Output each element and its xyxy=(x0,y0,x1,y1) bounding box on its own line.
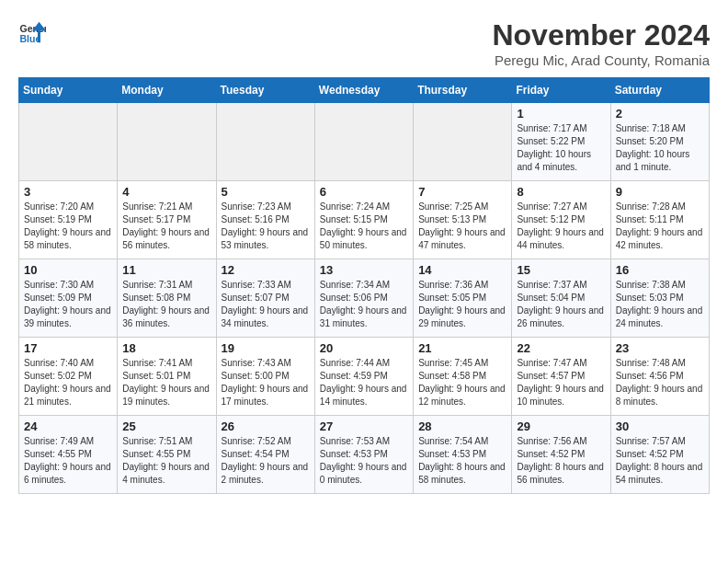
day-info: Sunrise: 7:56 AM Sunset: 4:52 PM Dayligh… xyxy=(517,435,605,487)
calendar-cell: 13Sunrise: 7:34 AM Sunset: 5:06 PM Dayli… xyxy=(314,259,413,338)
day-number: 8 xyxy=(517,185,605,199)
calendar-week-row: 10Sunrise: 7:30 AM Sunset: 5:09 PM Dayli… xyxy=(19,259,710,338)
day-number: 1 xyxy=(517,107,605,121)
calendar-cell: 22Sunrise: 7:47 AM Sunset: 4:57 PM Dayli… xyxy=(512,338,610,416)
calendar-cell: 20Sunrise: 7:44 AM Sunset: 4:59 PM Dayli… xyxy=(314,338,413,416)
day-number: 12 xyxy=(222,263,310,277)
day-number: 19 xyxy=(222,341,310,355)
calendar-cell: 1Sunrise: 7:17 AM Sunset: 5:22 PM Daylig… xyxy=(512,103,610,181)
weekday-header: Friday xyxy=(512,78,610,103)
calendar-cell: 15Sunrise: 7:37 AM Sunset: 5:04 PM Dayli… xyxy=(512,259,610,338)
calendar-cell: 27Sunrise: 7:53 AM Sunset: 4:53 PM Dayli… xyxy=(314,416,413,494)
day-number: 29 xyxy=(517,419,605,433)
logo-icon: General Blue xyxy=(18,18,46,46)
calendar-header-row: SundayMondayTuesdayWednesdayThursdayFrid… xyxy=(19,78,710,103)
day-info: Sunrise: 7:48 AM Sunset: 4:56 PM Dayligh… xyxy=(616,357,704,408)
calendar-cell: 9Sunrise: 7:28 AM Sunset: 5:11 PM Daylig… xyxy=(610,181,709,259)
day-number: 11 xyxy=(122,263,210,277)
day-number: 25 xyxy=(122,419,210,433)
day-info: Sunrise: 7:52 AM Sunset: 4:54 PM Dayligh… xyxy=(222,435,310,487)
day-number: 27 xyxy=(320,419,408,433)
calendar-cell: 29Sunrise: 7:56 AM Sunset: 4:52 PM Dayli… xyxy=(512,416,610,494)
weekday-header: Monday xyxy=(118,78,216,103)
title-section: November 2024 Peregu Mic, Arad County, R… xyxy=(492,18,710,68)
calendar-cell: 30Sunrise: 7:57 AM Sunset: 4:52 PM Dayli… xyxy=(610,416,709,494)
day-info: Sunrise: 7:18 AM Sunset: 5:20 PM Dayligh… xyxy=(616,122,704,174)
calendar-cell: 21Sunrise: 7:45 AM Sunset: 4:58 PM Dayli… xyxy=(414,338,512,416)
day-number: 26 xyxy=(222,419,310,433)
day-number: 7 xyxy=(418,185,506,199)
day-info: Sunrise: 7:57 AM Sunset: 4:52 PM Dayligh… xyxy=(616,435,704,487)
day-number: 3 xyxy=(24,185,112,199)
calendar-cell: 11Sunrise: 7:31 AM Sunset: 5:08 PM Dayli… xyxy=(118,259,216,338)
day-info: Sunrise: 7:53 AM Sunset: 4:53 PM Dayligh… xyxy=(320,435,408,487)
day-number: 5 xyxy=(222,185,310,199)
calendar-week-row: 1Sunrise: 7:17 AM Sunset: 5:22 PM Daylig… xyxy=(19,103,710,181)
calendar-cell: 10Sunrise: 7:30 AM Sunset: 5:09 PM Dayli… xyxy=(19,259,118,338)
day-info: Sunrise: 7:45 AM Sunset: 4:58 PM Dayligh… xyxy=(418,357,506,408)
calendar-cell: 4Sunrise: 7:21 AM Sunset: 5:17 PM Daylig… xyxy=(118,181,216,259)
calendar-cell: 5Sunrise: 7:23 AM Sunset: 5:16 PM Daylig… xyxy=(216,181,314,259)
calendar-cell: 14Sunrise: 7:36 AM Sunset: 5:05 PM Dayli… xyxy=(414,259,512,338)
day-number: 15 xyxy=(517,263,605,277)
day-number: 16 xyxy=(616,263,704,277)
day-info: Sunrise: 7:38 AM Sunset: 5:03 PM Dayligh… xyxy=(616,279,704,330)
day-number: 17 xyxy=(24,341,112,355)
calendar-week-row: 17Sunrise: 7:40 AM Sunset: 5:02 PM Dayli… xyxy=(19,338,710,416)
day-number: 14 xyxy=(418,263,506,277)
day-info: Sunrise: 7:41 AM Sunset: 5:01 PM Dayligh… xyxy=(122,357,210,408)
day-number: 6 xyxy=(320,185,408,199)
day-info: Sunrise: 7:21 AM Sunset: 5:17 PM Dayligh… xyxy=(122,201,210,252)
day-number: 24 xyxy=(24,419,112,433)
calendar-cell xyxy=(414,103,512,181)
calendar-cell: 3Sunrise: 7:20 AM Sunset: 5:19 PM Daylig… xyxy=(19,181,118,259)
day-number: 13 xyxy=(320,263,408,277)
calendar-cell: 24Sunrise: 7:49 AM Sunset: 4:55 PM Dayli… xyxy=(19,416,118,494)
weekday-header: Tuesday xyxy=(216,78,314,103)
calendar-cell: 12Sunrise: 7:33 AM Sunset: 5:07 PM Dayli… xyxy=(216,259,314,338)
day-info: Sunrise: 7:44 AM Sunset: 4:59 PM Dayligh… xyxy=(320,357,408,408)
weekday-header: Sunday xyxy=(19,78,118,103)
day-info: Sunrise: 7:31 AM Sunset: 5:08 PM Dayligh… xyxy=(122,279,210,330)
calendar-cell: 19Sunrise: 7:43 AM Sunset: 5:00 PM Dayli… xyxy=(216,338,314,416)
calendar-cell: 18Sunrise: 7:41 AM Sunset: 5:01 PM Dayli… xyxy=(118,338,216,416)
day-number: 20 xyxy=(320,341,408,355)
calendar-cell: 17Sunrise: 7:40 AM Sunset: 5:02 PM Dayli… xyxy=(19,338,118,416)
calendar-table: SundayMondayTuesdayWednesdayThursdayFrid… xyxy=(18,77,710,494)
day-number: 28 xyxy=(418,419,506,433)
day-info: Sunrise: 7:36 AM Sunset: 5:05 PM Dayligh… xyxy=(418,279,506,330)
day-number: 10 xyxy=(24,263,112,277)
day-info: Sunrise: 7:34 AM Sunset: 5:06 PM Dayligh… xyxy=(320,279,408,330)
day-info: Sunrise: 7:23 AM Sunset: 5:16 PM Dayligh… xyxy=(222,201,310,252)
calendar-cell: 8Sunrise: 7:27 AM Sunset: 5:12 PM Daylig… xyxy=(512,181,610,259)
day-info: Sunrise: 7:49 AM Sunset: 4:55 PM Dayligh… xyxy=(24,435,112,487)
day-info: Sunrise: 7:20 AM Sunset: 5:19 PM Dayligh… xyxy=(24,201,112,252)
calendar-week-row: 3Sunrise: 7:20 AM Sunset: 5:19 PM Daylig… xyxy=(19,181,710,259)
day-info: Sunrise: 7:51 AM Sunset: 4:55 PM Dayligh… xyxy=(122,435,210,487)
day-number: 21 xyxy=(418,341,506,355)
day-info: Sunrise: 7:25 AM Sunset: 5:13 PM Dayligh… xyxy=(418,201,506,252)
weekday-header: Wednesday xyxy=(314,78,413,103)
calendar-cell: 23Sunrise: 7:48 AM Sunset: 4:56 PM Dayli… xyxy=(610,338,709,416)
calendar-week-row: 24Sunrise: 7:49 AM Sunset: 4:55 PM Dayli… xyxy=(19,416,710,494)
day-info: Sunrise: 7:43 AM Sunset: 5:00 PM Dayligh… xyxy=(222,357,310,408)
calendar-cell: 26Sunrise: 7:52 AM Sunset: 4:54 PM Dayli… xyxy=(216,416,314,494)
day-info: Sunrise: 7:30 AM Sunset: 5:09 PM Dayligh… xyxy=(24,279,112,330)
svg-text:Blue: Blue xyxy=(20,33,41,44)
day-info: Sunrise: 7:40 AM Sunset: 5:02 PM Dayligh… xyxy=(24,357,112,408)
calendar-cell: 6Sunrise: 7:24 AM Sunset: 5:15 PM Daylig… xyxy=(314,181,413,259)
weekday-header: Thursday xyxy=(414,78,512,103)
day-number: 22 xyxy=(517,341,605,355)
day-info: Sunrise: 7:28 AM Sunset: 5:11 PM Dayligh… xyxy=(616,201,704,252)
calendar-cell: 2Sunrise: 7:18 AM Sunset: 5:20 PM Daylig… xyxy=(610,103,709,181)
calendar-cell xyxy=(118,103,216,181)
day-number: 4 xyxy=(122,185,210,199)
calendar-cell: 7Sunrise: 7:25 AM Sunset: 5:13 PM Daylig… xyxy=(414,181,512,259)
logo: General Blue xyxy=(18,18,46,46)
day-number: 23 xyxy=(616,341,704,355)
day-number: 18 xyxy=(122,341,210,355)
day-number: 30 xyxy=(616,419,704,433)
weekday-header: Saturday xyxy=(610,78,709,103)
location-subtitle: Peregu Mic, Arad County, Romania xyxy=(492,52,710,68)
day-number: 9 xyxy=(616,185,704,199)
